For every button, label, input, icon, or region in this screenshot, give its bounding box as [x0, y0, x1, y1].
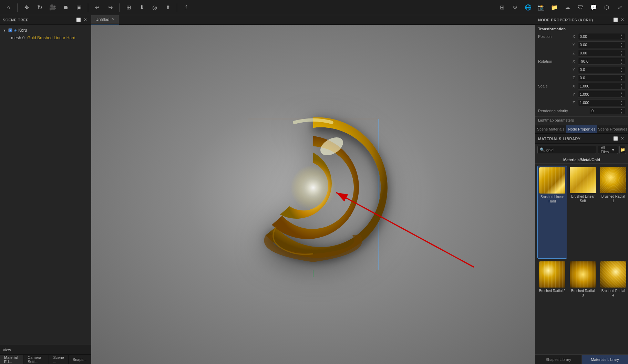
scale-y-value[interactable]: 1.000 ▲ ▼ [578, 91, 625, 98]
shield-icon[interactable]: 🛡 [575, 2, 586, 13]
scale-y-up[interactable]: ▲ [619, 91, 624, 94]
tab-scene-materials[interactable]: Scene Materials [535, 125, 566, 133]
physics-icon[interactable]: ◎ [149, 2, 160, 13]
rotate-icon[interactable]: ↻ [34, 2, 45, 13]
rendering-priority-up[interactable]: ▲ [619, 107, 624, 111]
import-icon[interactable]: ⬇ [136, 2, 147, 13]
node-prop-maximize-icon[interactable]: ⬜ [613, 17, 618, 23]
viewport-tab-untitled[interactable]: Untitled ✕ [91, 15, 119, 24]
undo-icon[interactable]: ↩ [92, 2, 103, 13]
position-x-value[interactable]: 0.00 ▲ ▼ [578, 33, 625, 40]
scale-z-value[interactable]: 1.000 ▲ ▼ [578, 99, 625, 106]
mat-folder-button[interactable]: 📁 [619, 146, 626, 154]
position-z-spinner[interactable]: ▲ ▼ [619, 50, 624, 56]
position-y-up[interactable]: ▲ [619, 41, 624, 45]
position-y-down[interactable]: ▼ [619, 45, 624, 48]
tree-child-mesh0[interactable]: mesh 0 Gold Brushed Linear Hard [0, 34, 91, 42]
scale-x-down[interactable]: ▼ [619, 86, 624, 90]
mat-search-input[interactable] [546, 148, 594, 152]
scale-z-down[interactable]: ▼ [619, 103, 624, 106]
mat-lib-close-icon[interactable]: ✕ [620, 136, 625, 142]
transform-icon[interactable]: ⊞ [123, 2, 134, 13]
koru-3d-object[interactable] [230, 105, 396, 284]
cube-icon[interactable]: ⬡ [601, 2, 612, 13]
position-x-up[interactable]: ▲ [619, 33, 624, 37]
scale-y-spinner[interactable]: ▲ ▼ [619, 91, 624, 98]
mesh-label: mesh 0 [11, 35, 24, 40]
viewport-canvas[interactable] [91, 25, 535, 364]
chat-icon[interactable]: 💬 [588, 2, 599, 13]
scale-x-up[interactable]: ▲ [619, 83, 624, 86]
scene-tree-maximize-icon[interactable]: ⬜ [76, 17, 81, 23]
node-prop-close-icon[interactable]: ✕ [620, 17, 625, 23]
position-z-down[interactable]: ▼ [619, 53, 624, 56]
globe-icon[interactable]: 🌐 [523, 2, 534, 13]
mat-item-brushed-linear-hard[interactable]: Brushed Linear Hard [537, 166, 567, 259]
scale-z-spinner[interactable]: ▲ ▼ [619, 99, 624, 106]
position-y-value[interactable]: 0.00 ▲ ▼ [578, 41, 625, 48]
rotation-y-value[interactable]: 0.0 ▲ ▼ [578, 66, 625, 73]
tree-checkbox-koru[interactable]: ✓ [8, 28, 12, 32]
tab-shapes-library[interactable]: Shapes Library [535, 355, 582, 364]
rotation-x-up[interactable]: ▲ [619, 58, 624, 61]
rendering-priority-spinner[interactable]: ▲ ▼ [619, 107, 624, 114]
export-icon[interactable]: ⬆ [162, 2, 173, 13]
tab-materials-library[interactable]: Materials Library [582, 355, 628, 364]
rotation-x-value[interactable]: -90.0 ▲ ▼ [578, 58, 625, 65]
rotation-x-down[interactable]: ▼ [619, 61, 624, 65]
rotation-z-up[interactable]: ▲ [619, 74, 624, 78]
position-x-down[interactable]: ▼ [619, 37, 624, 40]
mat-filter-button[interactable]: All Files ▼ [598, 146, 618, 154]
rotation-z-down[interactable]: ▼ [619, 78, 624, 81]
tab-material-ed[interactable]: Material Ed... [0, 355, 23, 364]
scene-tree-header: SCENE TREE ⬜ ✕ [0, 15, 91, 25]
mat-item-brushed-linear-soft[interactable]: Brushed Linear Soft [568, 166, 597, 259]
position-y-spinner[interactable]: ▲ ▼ [619, 41, 624, 48]
redo-icon[interactable]: ↪ [105, 2, 116, 13]
scale-z-up[interactable]: ▲ [619, 99, 624, 103]
rotation-z-value[interactable]: 0.0 ▲ ▼ [578, 74, 625, 81]
move-icon[interactable]: ✥ [21, 2, 32, 13]
tab-scene[interactable]: Scene ... [49, 355, 68, 364]
rendering-priority-value[interactable]: 0 ▲ ▼ [590, 107, 625, 114]
mat-item-brushed-radial-2[interactable]: Brushed Radial 2 [537, 260, 567, 352]
cloud-icon[interactable]: ☁ [562, 2, 573, 13]
scale-x-spinner[interactable]: ▲ ▼ [619, 83, 624, 90]
share-icon[interactable]: ⤴ [181, 2, 192, 13]
mat-item-brushed-radial-3[interactable]: Brushed Radial 3 [568, 260, 597, 352]
scale-x-value[interactable]: 1.000 ▲ ▼ [578, 83, 625, 90]
rendering-priority-down[interactable]: ▼ [619, 111, 624, 114]
camera-icon[interactable]: 🎥 [47, 2, 58, 13]
scale-y-down[interactable]: ▼ [619, 94, 624, 98]
viewport-tab-close[interactable]: ✕ [112, 17, 115, 22]
tree-item-koru[interactable]: ▼ ✓ ◈ Koru [0, 27, 91, 34]
position-z-up[interactable]: ▲ [619, 50, 624, 53]
rotation-y-spinner[interactable]: ▲ ▼ [619, 66, 624, 73]
rotation-z-spinner[interactable]: ▲ ▼ [619, 74, 624, 81]
folder-icon[interactable]: 📁 [549, 2, 560, 13]
rotation-x-spinner[interactable]: ▲ ▼ [619, 58, 624, 65]
mat-item-brushed-radial-1[interactable]: Brushed Radial 1 [599, 166, 628, 259]
settings-icon[interactable]: ⚙ [509, 2, 521, 13]
display-icon[interactable]: ▣ [73, 2, 84, 13]
rotation-label: Rotation [538, 59, 573, 63]
home-icon[interactable]: ⌂ [3, 2, 14, 13]
mat-lib-maximize-icon[interactable]: ⬜ [613, 136, 618, 142]
scene-tree-close-icon[interactable]: ✕ [83, 17, 88, 23]
tab-scene-properties[interactable]: Scene Properties [597, 125, 628, 133]
record-icon[interactable]: ⏺ [60, 2, 71, 13]
rotation-y-down[interactable]: ▼ [619, 70, 624, 73]
camera2-icon[interactable]: 📸 [536, 2, 547, 13]
tab-node-properties[interactable]: Node Properties [566, 125, 597, 133]
scale-z-axis: Z [573, 101, 578, 105]
layout-icon[interactable]: ⊞ [496, 2, 507, 13]
tab-camera-settings[interactable]: Camera Setti... [23, 355, 49, 364]
mat-item-brushed-radial-4[interactable]: Brushed Radial 4 [599, 260, 628, 352]
position-z-value[interactable]: 0.00 ▲ ▼ [578, 50, 625, 56]
tab-snaps[interactable]: Snaps... [69, 355, 91, 364]
position-x-spinner[interactable]: ▲ ▼ [619, 33, 624, 40]
expand-icon[interactable]: ⤢ [614, 2, 625, 13]
prop-tabs: Scene Materials Node Properties Scene Pr… [535, 125, 628, 133]
mat-search-box[interactable]: 🔍 [537, 146, 596, 154]
rotation-y-up[interactable]: ▲ [619, 66, 624, 70]
